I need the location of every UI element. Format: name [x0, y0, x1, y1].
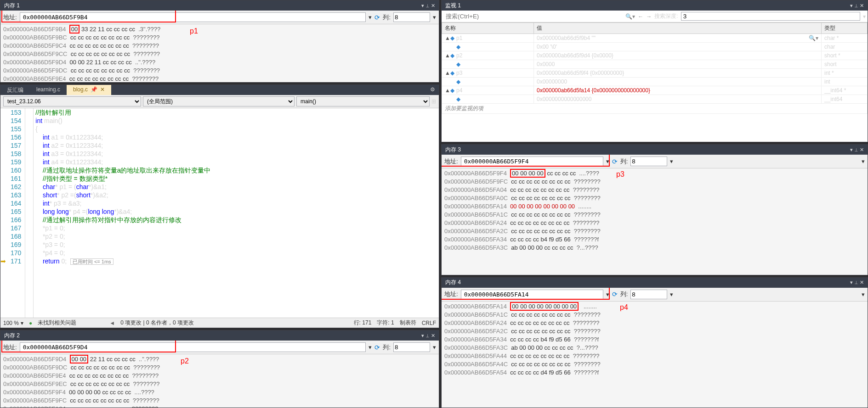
memory-row: 0x000000AB66D5FA04 cc cc cc cc cc cc cc …	[444, 186, 865, 194]
dropdown-icon[interactable]: ▾	[862, 291, 865, 298]
code-line[interactable]: //指针解引用	[35, 108, 437, 117]
code-line[interactable]: //通过取地址操作符将变量a的地址取出来存放在指针变量中	[35, 166, 437, 174]
code-line[interactable]: *p4 = 0;	[35, 249, 437, 257]
refresh-icon[interactable]: ⟳	[612, 158, 618, 165]
dropdown-icon[interactable]: ▾	[850, 147, 853, 153]
code-line[interactable]: int a3 = 0x11223344;	[35, 150, 437, 158]
watch-row[interactable]: ▲◆p30x000000ab66d5f9f4 {0x00000000}int *	[442, 69, 868, 78]
code-line[interactable]: //通过解引用操作符对指针中存放的内容进行修改	[35, 216, 437, 224]
expander-icon[interactable]: ▲	[445, 52, 449, 59]
code-line[interactable]: *p1 = 0;	[35, 224, 437, 232]
code-line[interactable]: int main()	[35, 117, 437, 125]
code-line[interactable]: return 0; 已用时间 <= 1ms	[35, 257, 437, 265]
memory-row: 0x000000AB66D5F9DC cc cc cc cc cc cc cc …	[3, 363, 436, 372]
close-icon[interactable]: ✕	[431, 333, 435, 339]
dropdown-icon[interactable]: ▾	[863, 13, 866, 20]
close-icon[interactable]: ✕	[860, 3, 864, 9]
pin-icon[interactable]: ⟂	[426, 333, 429, 339]
watch-header-value[interactable]: 值	[534, 23, 822, 34]
editor-tab[interactable]: blog.c📌✕	[67, 85, 111, 95]
close-icon[interactable]: ✕	[431, 3, 435, 9]
depth-input[interactable]	[681, 12, 860, 21]
code-line[interactable]: int a1 = 0x11223344;	[35, 133, 437, 141]
watch-row[interactable]: ▲◆p40x000000ab66d5fa14 {0x00000000000000…	[442, 86, 868, 95]
refresh-icon[interactable]: ⟳	[612, 291, 618, 298]
watch-search-input[interactable]	[443, 11, 623, 21]
code-line[interactable]: int* p3 = &a3;	[35, 199, 437, 207]
search-icon[interactable]: 🔍▾	[625, 13, 635, 20]
columns-input[interactable]	[630, 290, 667, 299]
variable-icon: ◆	[456, 61, 460, 67]
dropdown-icon[interactable]: ▾	[433, 344, 436, 351]
function-combo[interactable]: main()	[296, 96, 430, 106]
watch-header-name[interactable]: 名称	[442, 23, 534, 34]
line-number: 169	[11, 240, 21, 249]
code-line[interactable]: int a2 = 0x11223344;	[35, 141, 437, 150]
memory-3-title-text: 内存 3	[445, 146, 461, 154]
dropdown-icon[interactable]: ▾	[369, 14, 372, 21]
pin-icon[interactable]: ⟂	[855, 3, 858, 9]
code-line[interactable]: long long* p4 =(long long*)&a4;	[35, 207, 437, 216]
nav-back-icon[interactable]: ←	[638, 13, 643, 20]
code-line[interactable]: //指针类型 = 数据类型*	[35, 174, 437, 183]
editor-tab[interactable]: learning.c	[30, 85, 67, 95]
code-line[interactable]: int a4 = 0x11223344;	[35, 158, 437, 166]
dropdown-icon[interactable]: ▾	[606, 158, 609, 165]
watch-row[interactable]: ◆0x0000000000000000__int64	[442, 95, 868, 104]
watch-row[interactable]: ▲◆p10x000000ab66d5f9b4 ""🔍▾char *	[442, 34, 868, 43]
address-input[interactable]	[461, 290, 603, 299]
dropdown-icon[interactable]: ▾	[850, 279, 853, 285]
watch-row[interactable]: ◆0x00000000int	[442, 78, 868, 86]
pin-icon[interactable]: ⟂	[426, 3, 429, 9]
dropdown-icon[interactable]: ▾	[421, 333, 424, 339]
dropdown-icon[interactable]: ▾	[369, 344, 372, 351]
watch-row[interactable]: ◆0x0000short	[442, 60, 868, 69]
dropdown-icon[interactable]: ▾	[433, 14, 436, 21]
memory-row: 0x000000AB66D5FA34 cc cc cc cc b4 f9 d5 …	[444, 335, 865, 344]
code-line[interactable]: *p3 = 0;	[35, 240, 437, 249]
watch-row[interactable]: ▲◆p20x000000ab66d5f9d4 {0x0000}short *	[442, 51, 868, 60]
nav-forward-icon[interactable]: →	[646, 13, 652, 20]
expander-icon[interactable]: ▲	[445, 35, 449, 41]
address-input[interactable]	[20, 342, 366, 352]
close-icon[interactable]: ✕	[860, 279, 864, 285]
zoom-level[interactable]: 100 %	[3, 320, 19, 326]
columns-input[interactable]	[393, 12, 430, 22]
pin-icon[interactable]: ⟂	[855, 279, 858, 285]
dropdown-icon[interactable]: ▾	[670, 158, 673, 165]
split-icon[interactable]: ⊞	[431, 98, 436, 105]
dropdown-icon[interactable]: ▾	[670, 291, 673, 298]
expander-icon[interactable]: ▲	[445, 87, 449, 94]
address-input[interactable]	[20, 12, 366, 22]
code-line[interactable]: short* p2 =(short*)&a2;	[35, 191, 437, 199]
refresh-icon[interactable]: ⟳	[374, 14, 380, 21]
dropdown-icon[interactable]: ▾	[850, 3, 853, 9]
memory-1-title-text: 内存 1	[4, 2, 20, 10]
editor-tab[interactable]: 反汇编	[0, 85, 30, 95]
code-line[interactable]: {	[35, 125, 437, 133]
refresh-icon[interactable]: ⟳	[374, 344, 380, 351]
dropdown-icon[interactable]: ▾	[862, 158, 865, 165]
address-input[interactable]	[461, 156, 603, 166]
watch-header-type[interactable]: 类型	[822, 23, 868, 34]
gear-icon[interactable]: ⚙	[426, 85, 439, 95]
dropdown-icon[interactable]: ▾	[606, 291, 609, 298]
columns-input[interactable]	[393, 342, 430, 352]
pin-icon[interactable]: 📌	[91, 86, 97, 93]
project-combo[interactable]: test_23.12.06	[3, 96, 141, 106]
code-line[interactable]: *p2 = 0;	[35, 232, 437, 240]
close-icon[interactable]: ✕	[860, 147, 864, 153]
memory-row: 0x000000AB66D5F9CC cc cc cc cc cc cc cc …	[3, 50, 436, 58]
columns-input[interactable]	[630, 156, 667, 166]
code-line[interactable]: char* p1 = (char*)&a1;	[35, 183, 437, 191]
close-icon[interactable]: ✕	[100, 86, 105, 93]
memory-row: 0x000000AB66D5F9FC cc cc cc cc cc cc cc …	[3, 397, 436, 405]
watch-row[interactable]: ◆0x00 '\0'char	[442, 43, 868, 51]
pin-icon[interactable]: ⟂	[855, 147, 858, 153]
search-icon[interactable]: 🔍▾	[809, 35, 818, 41]
expander-icon[interactable]: ▲	[445, 70, 449, 76]
dropdown-icon[interactable]: ▾	[421, 3, 424, 9]
scope-combo[interactable]: (全局范围)	[143, 96, 295, 106]
add-watch-prompt[interactable]: 添加要监视的项	[442, 104, 868, 114]
dropdown-icon[interactable]: ▾	[21, 320, 23, 326]
